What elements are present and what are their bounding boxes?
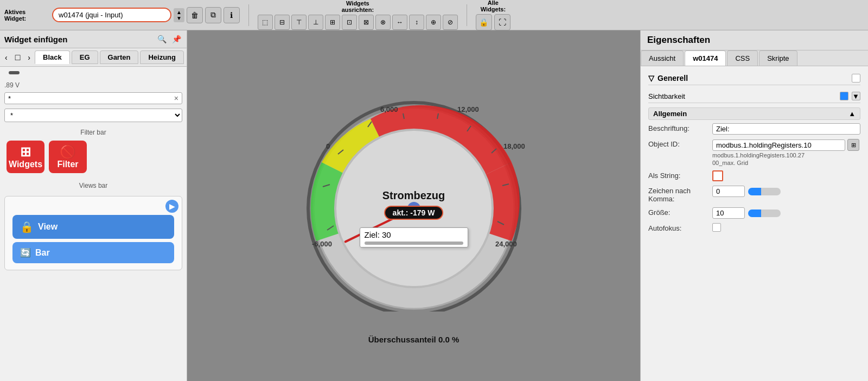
datetime-badge [9,71,20,74]
autofokus-value [712,223,860,232]
generell-title: ▽ Generell [648,74,688,82]
view-card[interactable]: 🔒 View [12,215,174,239]
als-string-checkbox[interactable] [712,170,723,181]
left-header: Widget einfügen 🔍 📌 [0,30,187,48]
expand-all-button[interactable]: ⛶ [494,14,510,30]
gauge-container: -6,000 0 6,000 12,000 18,000 24,000 [187,47,640,381]
autofokus-row: Autofokus: [648,223,860,232]
tab-css[interactable]: CSS [727,50,758,66]
beschriftung-input[interactable] [712,123,860,135]
aktives-widget-label: Aktives Widget: [4,9,48,22]
top-toolbar: Aktives Widget: w01474 (jqui - Input) ▲▼… [0,0,868,30]
autofokus-label: Autofokus: [648,223,708,232]
align-btn-5[interactable]: ⊞ [325,15,340,30]
views-bar-label: Views bar [4,177,182,192]
sichtbarkeit-row: Sichtbarkeit ▼ [648,90,860,103]
allgemein-chevron[interactable]: ▲ [848,110,856,118]
tab-garten[interactable]: Garten [100,50,139,64]
search-icon-btn[interactable]: 🔍 [156,34,168,45]
beschriftung-row: Beschriftung: [648,123,860,135]
lock-all-button[interactable]: 🔒 [476,14,492,30]
align-btn-2[interactable]: ⊟ [275,15,290,30]
center-area: -6,000 0 6,000 12,000 18,000 24,000 [187,30,640,381]
align-btn-8[interactable]: ⊗ [375,15,391,30]
eigenschaften-header: Eigenschaften [641,30,868,50]
filter-bar-label: Filter bar [4,129,182,136]
object-id-input-row: ⊞ [712,139,860,151]
align-btn-4[interactable]: ⊥ [308,15,323,30]
pin-icon-btn[interactable]: 📌 [171,34,182,45]
tab-w01474[interactable]: w01474 [685,50,726,66]
align-btn-1[interactable]: ⬚ [258,15,273,30]
object-id-hint2: 00_max. Grid [712,160,860,166]
tab-aussicht[interactable]: Aussicht [641,50,684,66]
groesse-slider[interactable] [748,209,781,217]
align-btn-7[interactable]: ⊠ [359,15,374,30]
select-arrows[interactable]: ▲▼ [174,8,184,22]
right-panel: Eigenschaften Aussicht w01474 CSS Skript… [640,30,868,381]
svg-text:24,000: 24,000 [495,240,517,248]
view-tabs-bar: ‹ □ › Black EG Garten Heizung [0,48,187,67]
beschriftung-value [712,123,860,135]
align-btn-12[interactable]: ⊘ [443,15,458,30]
new-view-btn[interactable]: □ [12,52,24,63]
tab-eg[interactable]: EG [72,50,98,64]
object-id-row: Object ID: ⊞ modbus.1.holdingRegisters.1… [648,139,860,166]
tab-skripte[interactable]: Skripte [759,50,797,66]
search-box: × [4,92,182,104]
copy-button[interactable]: ⧉ [205,7,221,23]
zeichen-input[interactable] [712,186,745,197]
tab-heizung[interactable]: Heizung [140,50,184,64]
search-clear-btn[interactable]: × [174,94,178,103]
svg-text:0: 0 [326,142,330,150]
main-area: Widget einfügen 🔍 📌 ‹ □ › Black EG Garte… [0,30,868,381]
align-btn-11[interactable]: ⊕ [426,15,441,30]
svg-text:12,000: 12,000 [457,105,479,113]
widget-einfuegen-title: Widget einfügen [4,35,153,44]
autofokus-checkbox[interactable] [712,223,721,232]
nav-back-btn[interactable]: ‹ [2,52,10,63]
align-btn-10[interactable]: ↕ [409,15,424,30]
info-button[interactable]: ℹ [224,7,240,23]
refresh-icon: 🔄 [20,247,31,258]
zeichen-slider[interactable] [748,188,781,195]
ziel-input-widget[interactable]: Ziel: 30 [360,227,468,247]
delete-button[interactable]: 🗑 [187,7,203,23]
filter-icon: ▽ [648,74,654,82]
align-btn-9[interactable]: ↔ [392,15,407,30]
svg-text:18,000: 18,000 [503,142,525,150]
groesse-label: Größe: [648,207,708,217]
voltage-label: .89 V [0,80,187,90]
generell-checkbox[interactable] [852,74,860,82]
alle-widgets-label: Alle Widgets: [477,0,509,12]
sichtbarkeit-checkbox[interactable] [840,92,848,100]
view-btn-label: View [38,222,58,232]
widgets-btn-label: Widgets [9,160,42,169]
als-string-value [712,170,860,181]
align-btn-6[interactable]: ⊡ [342,15,357,30]
search-input[interactable] [8,94,174,103]
nav-forward-btn[interactable]: › [25,52,33,63]
generell-section-header: ▽ Generell [648,72,860,85]
object-id-browse-btn[interactable]: ⊞ [847,139,859,151]
widget-select[interactable]: w01474 (jqui - Input) [52,8,171,22]
views-scroll-btn[interactable]: ▶ [165,200,178,213]
widget-cards-area: Filter bar ⊞ Widgets 🚫 Filter Views bar [0,124,187,275]
widget-filter-dropdown[interactable]: * [4,109,182,122]
filter-btn[interactable]: 🚫 Filter [49,141,87,173]
svg-text:-6,000: -6,000 [312,240,332,248]
sichtbarkeit-expand-btn[interactable]: ▼ [852,92,860,100]
filter-btn-label: Filter [57,160,78,169]
object-id-input[interactable] [712,139,845,151]
left-panel: Widget einfügen 🔍 📌 ‹ □ › Black EG Garte… [0,30,187,381]
svg-text:6,000: 6,000 [380,105,398,113]
align-btn-3[interactable]: ⊤ [291,15,307,30]
beschriftung-label: Beschriftung: [648,123,708,132]
tab-black[interactable]: Black [35,50,70,64]
widgets-btn[interactable]: ⊞ Widgets [7,141,44,173]
bar-card[interactable]: 🔄 Bar [12,242,174,263]
groesse-input[interactable] [712,207,745,219]
aktuelle-value-badge: akt.: -179 W [384,206,444,220]
uberschuss-label: Überschussanteil 0.0 % [368,335,459,344]
right-tabs: Aussicht w01474 CSS Skripte [641,50,868,66]
